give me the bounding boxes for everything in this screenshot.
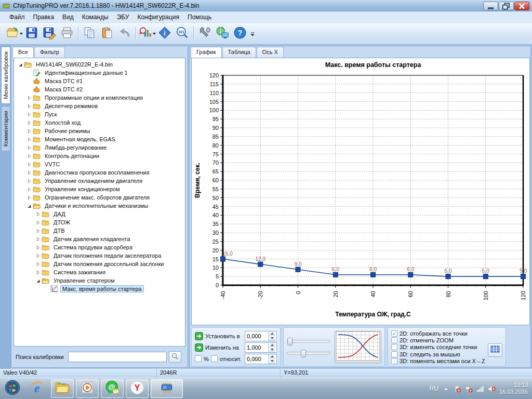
tree-item[interactable]: Маска DTC #1 — [14, 77, 185, 85]
expander-closed-icon[interactable] — [26, 153, 33, 159]
expander-closed-icon[interactable] — [26, 111, 33, 118]
volume-muted-icon[interactable] — [488, 385, 496, 393]
option-checkbox[interactable] — [391, 344, 397, 350]
expander-open-icon[interactable] — [17, 61, 24, 68]
expander-closed-icon[interactable] — [26, 136, 33, 143]
menu-item[interactable]: Файл — [5, 12, 29, 22]
grid-table-button[interactable] — [488, 343, 502, 357]
toolbar-button[interactable] — [196, 25, 214, 42]
menu-item[interactable]: ЭБУ — [113, 12, 134, 22]
tree-item[interactable]: Макс. время работы стартера — [14, 285, 185, 293]
spin-down-button[interactable] — [269, 359, 275, 364]
tree-item[interactable]: ДТВ — [14, 227, 185, 235]
tree-item[interactable]: Система зажигания — [14, 268, 185, 276]
tree-item[interactable]: Холостой ход — [14, 118, 185, 127]
chiptuningpro-button[interactable] — [151, 379, 183, 398]
dropdown-arrow-icon[interactable] — [20, 33, 23, 35]
tree-item[interactable]: Рабочие режимы — [14, 127, 185, 135]
expander-closed-icon[interactable] — [35, 244, 42, 251]
menu-item[interactable]: Конфигурация — [133, 12, 183, 22]
spin-up-button[interactable] — [269, 343, 275, 348]
smoothing-slider-1[interactable] — [287, 338, 330, 345]
toolbar-button[interactable] — [81, 25, 98, 42]
search-button[interactable] — [169, 351, 181, 363]
close-button[interactable] — [514, 2, 529, 10]
apply-set-button[interactable] — [195, 332, 203, 340]
internet-explorer-button[interactable]: e — [26, 379, 49, 398]
action-center-icon[interactable] — [454, 385, 461, 393]
tray-clock[interactable]: 13:1316.03.2016 — [499, 382, 528, 395]
side-tab-calibration-menu[interactable]: Меню калибровок — [1, 47, 10, 104]
set-value-spinner[interactable] — [245, 331, 277, 341]
toolbar-button[interactable] — [58, 25, 76, 42]
language-indicator[interactable]: RU — [430, 385, 438, 392]
tree-item[interactable]: Диагностика пропусков воспламенения — [14, 168, 185, 177]
tree-item[interactable]: HW1414R_SW6022R_E-4.bin — [14, 60, 185, 69]
search-input[interactable] — [68, 352, 167, 362]
expander-closed-icon[interactable] — [26, 119, 33, 126]
expander-closed-icon[interactable] — [26, 128, 33, 135]
expander-closed-icon[interactable] — [26, 169, 33, 176]
tab-graph[interactable]: График — [191, 47, 222, 58]
toolbar-button[interactable]: i — [156, 25, 174, 42]
tree-item[interactable]: ДАД — [14, 210, 185, 218]
tree-item[interactable]: Ограничение макс. оборотов двигателя — [14, 193, 185, 202]
expander-closed-icon[interactable] — [26, 144, 33, 151]
toolbar-button[interactable] — [116, 25, 134, 42]
percent-checkbox[interactable] — [195, 355, 202, 362]
side-tab-comments[interactable]: Комментарии — [1, 106, 10, 151]
toolbar-button[interactable] — [249, 25, 256, 42]
tab-filter[interactable]: Фильтр — [34, 47, 65, 58]
start-button[interactable] — [1, 379, 24, 398]
set-value-input[interactable] — [245, 331, 268, 341]
tree-item[interactable]: Управление кондиционером — [14, 185, 185, 193]
relative-checkbox[interactable] — [211, 355, 218, 362]
tree-item[interactable]: Контроль детонации — [14, 152, 185, 160]
menu-item[interactable]: Помощь — [183, 12, 216, 22]
option-checkbox[interactable] — [391, 351, 397, 357]
tree-item[interactable]: Управление охлаждением двигателя — [14, 177, 185, 185]
expander-closed-icon[interactable] — [26, 178, 33, 184]
tab-table[interactable]: Таблица — [222, 47, 256, 58]
toolbar-button[interactable] — [138, 25, 156, 42]
change-value-spinner[interactable] — [245, 342, 277, 353]
expander-closed-icon[interactable] — [35, 252, 42, 259]
minimize-button[interactable] — [483, 2, 498, 10]
expander-closed-icon[interactable] — [26, 103, 33, 110]
title-bar[interactable]: ChipTuningPRO ver.7.2016.1.1880 - HW1414… — [0, 0, 532, 11]
expander-open-icon[interactable] — [35, 277, 42, 284]
expander-closed-icon[interactable] — [26, 186, 33, 193]
restore-button[interactable] — [499, 2, 514, 10]
expander-closed-icon[interactable] — [26, 194, 33, 201]
tab-axis-x[interactable]: Ось X — [257, 47, 284, 58]
relative-value-input[interactable] — [245, 354, 268, 364]
apply-change-button[interactable] — [195, 343, 203, 352]
expander-closed-icon[interactable] — [26, 161, 33, 168]
expander-closed-icon[interactable] — [35, 211, 42, 218]
yandex-browser-button[interactable]: Y — [126, 379, 149, 398]
media-player-button[interactable] — [76, 379, 99, 398]
spin-up-button[interactable] — [269, 354, 275, 359]
tree-item[interactable]: Управление стартером — [14, 276, 185, 285]
chart-canvas[interactable]: Макс. время работы стартера0510152025303… — [191, 58, 530, 325]
tray-arrow-icon[interactable] — [442, 385, 450, 393]
windows-explorer-button[interactable] — [51, 379, 74, 398]
toolbar-button[interactable] — [214, 25, 231, 42]
network-error-icon[interactable] — [465, 385, 473, 393]
option-checkbox[interactable] — [391, 337, 397, 343]
change-value-input[interactable] — [245, 343, 268, 352]
tree-item[interactable]: Моментная модель, EGAS — [14, 135, 185, 143]
mailru-agent-button[interactable]: @ — [101, 379, 124, 398]
tab-all[interactable]: Все — [12, 47, 34, 58]
toolbar-button[interactable] — [41, 25, 58, 42]
tree-item[interactable]: Датчик давления хладагента — [14, 235, 185, 243]
option-checkbox[interactable]: ✓ — [391, 330, 397, 337]
expander-closed-icon[interactable] — [35, 219, 42, 226]
relative-value-spinner[interactable] — [245, 354, 277, 364]
curve-preview-button[interactable] — [335, 331, 381, 363]
option-checkbox[interactable] — [391, 358, 397, 364]
dropdown-arrow-icon[interactable] — [153, 33, 156, 35]
tree-item[interactable]: Пуск — [14, 110, 185, 118]
toolbar-button[interactable] — [5, 25, 23, 42]
tree-item[interactable]: Датчик положения дроссельной заслонки — [14, 260, 185, 268]
